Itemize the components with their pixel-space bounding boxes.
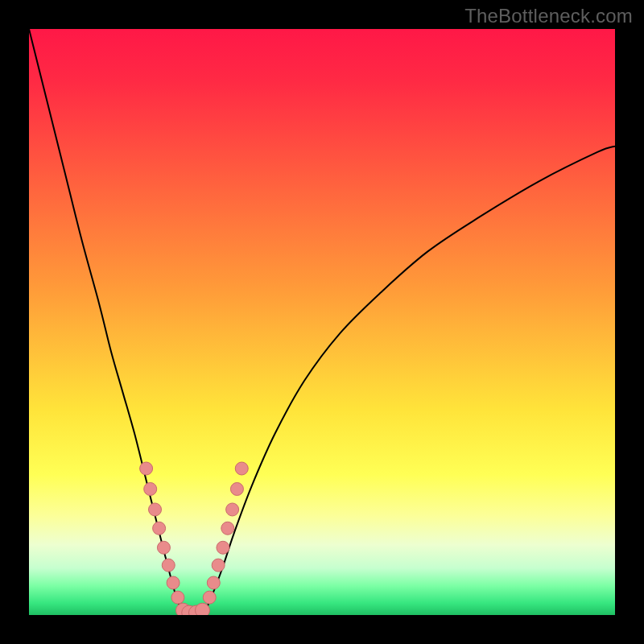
chart-frame: TheBottleneck.com: [0, 0, 644, 644]
marker-dot: [217, 541, 229, 554]
marker-dot: [153, 522, 166, 535]
curve-layer: [29, 29, 615, 614]
marker-dot: [212, 559, 225, 572]
watermark-text: TheBottleneck.com: [464, 5, 633, 27]
marker-dot: [203, 591, 216, 604]
marker-dot: [221, 522, 234, 535]
marker-dot: [167, 576, 180, 589]
marker-dot: [235, 462, 248, 475]
chart-overlay: [29, 29, 615, 615]
marker-dot: [140, 462, 153, 475]
curve-right-curve: [202, 147, 615, 613]
marker-dot: [207, 576, 220, 589]
marker-dot: [226, 503, 239, 516]
marker-dot: [195, 603, 209, 615]
marker-dot: [230, 482, 243, 495]
marker-dot: [149, 503, 162, 516]
marker-dot: [157, 541, 170, 554]
marker-dot: [144, 482, 157, 495]
marker-dot: [162, 559, 175, 572]
marker-dot: [171, 591, 184, 604]
